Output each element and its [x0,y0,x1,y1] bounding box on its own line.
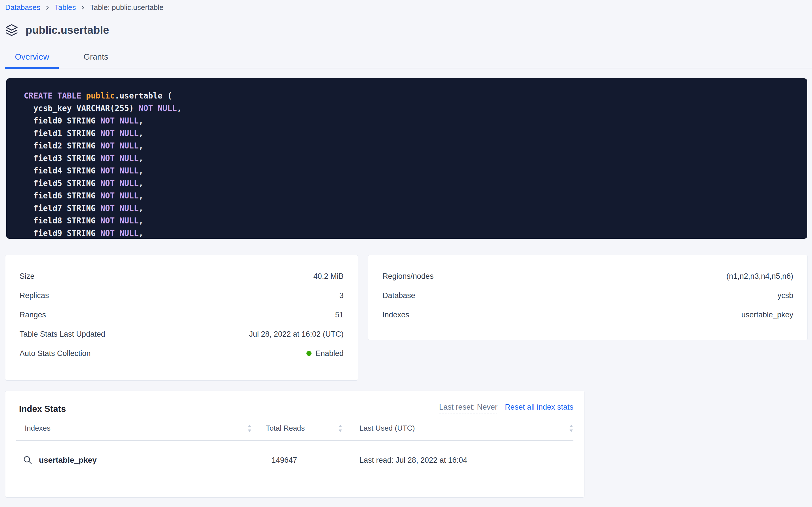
column-header-indexes[interactable]: Indexes [16,424,252,433]
sort-carets-icon [338,425,342,432]
sql-line: field9 STRING NOT NULL, [24,227,802,239]
sql-line: ycsb_key VARCHAR(255) NOT NULL, [24,102,802,115]
chevron-right-icon [45,5,50,10]
chevron-right-icon [80,5,85,10]
stat-value: ycsb [777,291,793,300]
stat-label: Table Stats Last Updated [19,330,105,339]
sql-line: field5 STRING NOT NULL, [24,177,802,190]
tab-grants[interactable]: Grants [79,52,113,68]
reset-all-index-stats-link[interactable]: Reset all index stats [505,403,573,412]
overview-cards: Size40.2 MiBReplicas3Ranges51Table Stats… [5,255,808,381]
stat-row: Indexesusertable_pkey [382,305,793,325]
column-label: Last Used (UTC) [351,424,415,433]
index-table-header: IndexesTotal ReadsLast Used (UTC) [16,424,573,441]
stat-label: Ranges [19,311,46,319]
breadcrumb-link-tables[interactable]: Tables [55,3,76,12]
stat-value: 3 [339,291,343,300]
index-stats-title: Index Stats [19,404,66,414]
stat-row: Table Stats Last UpdatedJul 28, 2022 at … [19,325,343,344]
index-name-cell[interactable]: usertable_pkey [16,455,252,465]
table-details-card: Regions/nodes(n1,n2,n3,n4,n5,n6)Database… [368,255,808,340]
sql-line: field3 STRING NOT NULL, [24,152,802,165]
sql-line: field1 STRING NOT NULL, [24,127,802,140]
stat-row: Auto Stats CollectionEnabled [19,344,343,363]
breadcrumb-link-databases[interactable]: Databases [5,3,40,12]
search-icon [23,455,33,465]
sql-line: field6 STRING NOT NULL, [24,190,802,202]
breadcrumb: Databases Tables Table: public.usertable [0,0,812,12]
last-used-cell: Last read: Jul 28, 2022 at 16:04 [351,456,573,465]
stat-row: Regions/nodes(n1,n2,n3,n4,n5,n6) [382,267,793,286]
sort-carets-icon [247,425,252,432]
sql-line: field0 STRING NOT NULL, [24,115,802,127]
index-stats-card: Index Stats Last reset: Never Reset all … [5,391,584,498]
sql-line: field2 STRING NOT NULL, [24,140,802,152]
column-header-total-reads[interactable]: Total Reads [257,424,342,433]
status-enabled-dot [306,351,312,356]
stat-label: Database [382,291,415,300]
index-table-body: usertable_pkey149647Last read: Jul 28, 2… [16,441,573,480]
stat-label: Auto Stats Collection [19,349,91,358]
stat-row: Ranges51 [19,305,343,325]
stat-value: usertable_pkey [741,311,793,319]
tab-overview[interactable]: Overview [5,52,59,68]
stat-label: Indexes [382,311,410,319]
stat-value: Enabled [306,349,343,358]
sql-line: field8 STRING NOT NULL, [24,215,802,227]
stat-row: Databaseycsb [382,286,793,305]
sql-line: field7 STRING NOT NULL, [24,202,802,215]
index-row[interactable]: usertable_pkey149647Last read: Jul 28, 2… [16,441,573,480]
stat-row: Replicas3 [19,286,343,305]
tab-bar: Overview Grants [5,52,812,68]
create-table-statement: CREATE TABLE public.usertable ( ycsb_key… [6,78,807,239]
stat-row: Size40.2 MiB [19,267,343,286]
index-name: usertable_pkey [39,456,97,465]
total-reads-cell: 149647 [257,456,342,465]
column-label: Total Reads [257,424,305,433]
column-header-last-used-utc[interactable]: Last Used (UTC) [351,424,573,433]
sort-carets-icon [569,425,573,432]
stat-value: (n1,n2,n3,n4,n5,n6) [726,272,793,281]
stat-label: Regions/nodes [382,272,434,281]
page-header: public.usertable [5,23,812,37]
stat-value: 51 [335,311,343,319]
stat-label: Size [19,272,35,281]
stat-value: Jul 28, 2022 at 16:02 (UTC) [249,330,343,339]
stat-label: Replicas [19,291,49,300]
table-stats-card: Size40.2 MiBReplicas3Ranges51Table Stats… [5,255,358,381]
last-reset-label: Last reset: Never [439,403,498,414]
column-label: Indexes [16,424,51,433]
layers-icon [5,23,18,37]
page-title: public.usertable [25,24,109,36]
breadcrumb-current: Table: public.usertable [90,3,164,12]
sql-line: field4 STRING NOT NULL, [24,165,802,177]
sql-line: CREATE TABLE public.usertable ( [24,90,802,102]
stat-value: 40.2 MiB [313,272,343,281]
